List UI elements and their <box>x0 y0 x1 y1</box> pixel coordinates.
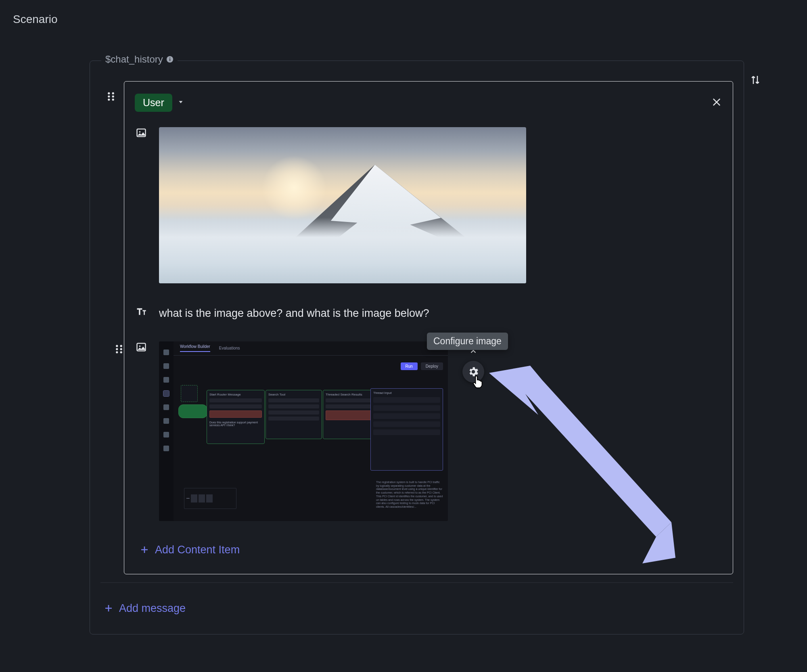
fieldset-legend: $chat_history i <box>101 54 178 65</box>
swap-order-icon[interactable] <box>749 74 761 88</box>
add-content-item-button[interactable]: Add Content Item <box>136 536 243 563</box>
svg-point-4 <box>108 95 110 97</box>
content-item-text: what is the image above? and what is the… <box>135 306 722 321</box>
content-item-image-2: Workflow Builder Evaluations Run Deploy … <box>135 341 722 521</box>
content-item-image-1 <box>135 127 722 283</box>
svg-point-2 <box>108 92 110 94</box>
image-thumbnail-1[interactable] <box>159 127 526 283</box>
svg-point-3 <box>112 92 114 94</box>
chat-history-fieldset: $chat_history i User <box>90 61 744 634</box>
role-selector[interactable]: User <box>135 94 184 112</box>
svg-point-15 <box>120 351 122 353</box>
svg-point-7 <box>112 98 114 100</box>
svg-point-17 <box>139 345 141 347</box>
svg-point-10 <box>116 345 118 347</box>
plus-icon <box>104 603 113 613</box>
image-thumbnail-2[interactable]: Workflow Builder Evaluations Run Deploy … <box>159 341 448 521</box>
page-title: Scenario <box>13 13 807 26</box>
pointer-cursor-icon <box>471 375 485 391</box>
add-message-button[interactable]: Add message <box>100 595 189 622</box>
info-icon[interactable]: i <box>166 56 174 63</box>
add-message-label: Add message <box>119 602 186 615</box>
svg-point-11 <box>120 345 122 347</box>
svg-point-5 <box>112 95 114 97</box>
message-card: User <box>124 81 733 574</box>
image-icon <box>135 341 148 353</box>
annotation-arrow-icon <box>482 366 675 569</box>
drag-handle-icon[interactable] <box>114 344 124 356</box>
role-label: User <box>135 94 172 112</box>
svg-point-9 <box>139 131 141 133</box>
chevron-down-icon <box>177 98 184 107</box>
close-icon[interactable] <box>711 96 722 109</box>
message-text[interactable]: what is the image above? and what is the… <box>159 306 429 321</box>
svg-point-6 <box>108 98 110 100</box>
svg-point-12 <box>116 348 118 350</box>
plus-icon <box>140 545 149 555</box>
drag-handle-icon[interactable] <box>106 91 116 103</box>
svg-point-14 <box>116 351 118 353</box>
text-icon <box>135 306 148 317</box>
configure-image-tooltip: Configure image <box>427 333 508 350</box>
svg-point-13 <box>120 348 122 350</box>
legend-text: $chat_history <box>105 54 163 65</box>
add-content-item-label: Add Content Item <box>155 544 240 556</box>
image-icon <box>135 127 148 138</box>
